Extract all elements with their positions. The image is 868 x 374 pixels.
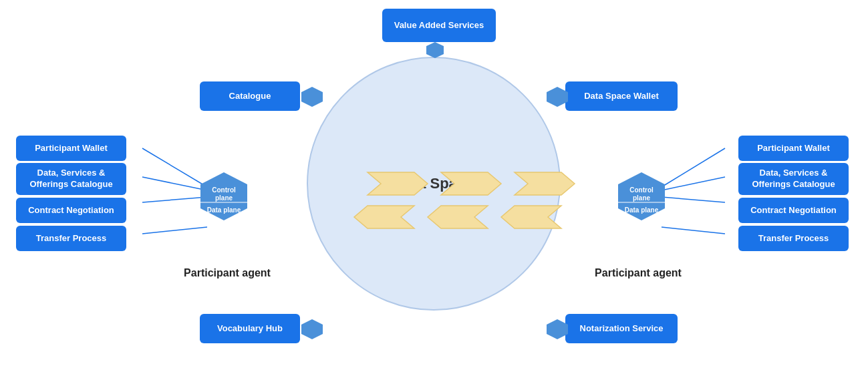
right-connector: Control plane Data plane: [615, 172, 668, 232]
svg-marker-0: [426, 42, 444, 58]
vocabulary-hub-hex: [300, 319, 324, 339]
left-data-services-box: Data, Services &Offerings Catalogue: [16, 163, 126, 195]
svg-marker-14: [547, 319, 568, 339]
svg-text:Control: Control: [212, 186, 236, 194]
center-label: Data Space: [394, 175, 474, 192]
left-participant-wallet-box: Participant Wallet: [16, 136, 126, 161]
catalogue-hex: [300, 87, 324, 107]
svg-text:Data plane: Data plane: [625, 206, 659, 214]
svg-text:Data plane: Data plane: [207, 206, 241, 214]
data-space-wallet-box: Data Space Wallet: [565, 81, 678, 111]
line-right-4: [662, 227, 725, 234]
svg-text:Control: Control: [629, 186, 654, 194]
line-right-3: [662, 197, 725, 202]
data-space-wallet-hex: [545, 87, 569, 107]
right-data-services-box: Data, Services &Offerings Catalogue: [738, 163, 849, 195]
catalogue-box: Catalogue: [200, 81, 300, 111]
right-agent-label: Participant agent: [565, 267, 712, 279]
line-right-1: [662, 148, 725, 187]
notarization-service-hex: [545, 319, 569, 339]
svg-marker-2: [547, 87, 568, 107]
diagram: Data Space Value Added Services: [0, 0, 868, 374]
value-added-services-box: Value Added Services: [382, 9, 496, 42]
line-right-2: [662, 177, 725, 190]
svg-text:plane: plane: [633, 194, 651, 202]
svg-text:plane: plane: [215, 194, 233, 202]
left-transfer-process-box: Transfer Process: [16, 226, 126, 251]
top-hex-connector: [425, 42, 445, 58]
right-contract-negotiation-box: Contract Negotiation: [738, 198, 849, 223]
right-transfer-process-box: Transfer Process: [738, 226, 849, 251]
left-connector: Control plane Data plane: [197, 172, 251, 232]
center-circle: Data Space: [307, 57, 561, 311]
notarization-service-box: Notarization Service: [565, 314, 678, 343]
left-agent-label: Participant agent: [160, 267, 294, 279]
left-contract-negotiation-box: Contract Negotiation: [16, 198, 126, 223]
svg-marker-13: [301, 319, 323, 339]
svg-marker-1: [301, 87, 323, 107]
right-participant-wallet-box: Participant Wallet: [738, 136, 849, 161]
vocabulary-hub-box: Vocabulary Hub: [200, 314, 300, 343]
